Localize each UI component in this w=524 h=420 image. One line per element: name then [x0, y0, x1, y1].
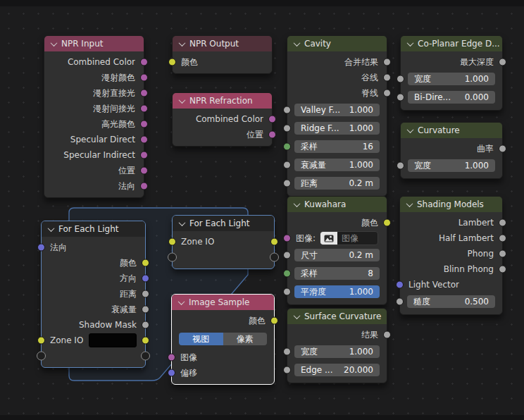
roughness-slider[interactable]: 糙度0.500 [407, 295, 495, 308]
output-socket[interactable] [142, 275, 149, 283]
input-socket[interactable] [283, 348, 291, 356]
node-header[interactable]: NPR Refraction [173, 93, 272, 109]
input-socket[interactable] [283, 252, 291, 259]
input-socket[interactable] [168, 58, 176, 66]
output-socket[interactable] [499, 219, 506, 227]
output-socket[interactable] [268, 116, 276, 123]
image-selector[interactable]: 图像 [320, 231, 378, 245]
node-shading-models[interactable]: Shading Models Lambert Half Lambert Phon… [399, 196, 503, 315]
output-socket[interactable] [499, 145, 506, 153]
node-header[interactable]: NPR Input [44, 36, 144, 51]
input-socket[interactable] [283, 235, 291, 242]
output-socket[interactable] [140, 183, 148, 190]
chevron-down-icon[interactable] [48, 225, 55, 232]
input-socket[interactable] [396, 298, 404, 306]
input-socket[interactable] [396, 281, 404, 289]
input-socket[interactable] [283, 180, 291, 187]
output-socket[interactable] [270, 317, 278, 325]
view-mode-button[interactable]: 视图 [179, 333, 223, 345]
size-slider[interactable]: 尺寸0.2 m [294, 249, 380, 261]
distance-slider[interactable]: 距离0.2 m [294, 177, 380, 190]
samples-slider[interactable]: 采样16 [294, 140, 380, 153]
node-npr-refraction[interactable]: NPR Refraction Combined Color 位置 [172, 92, 273, 147]
image-icon[interactable] [320, 232, 337, 245]
pixel-mode-button[interactable]: 像素 [223, 333, 268, 345]
output-socket[interactable] [383, 74, 391, 82]
smoothness-slider[interactable]: 平滑度1.000 [294, 285, 380, 298]
chevron-down-icon[interactable] [407, 39, 414, 47]
node-npr-input[interactable]: NPR Input Combined Color 漫射颜色 漫射直接光 漫射间接… [44, 35, 144, 198]
node-header[interactable]: For Each Light [173, 216, 274, 231]
node-npr-output[interactable]: NPR Output 颜色 [172, 35, 273, 74]
node-header[interactable]: Kuwahara [287, 197, 387, 212]
chevron-down-icon[interactable] [294, 39, 301, 47]
output-socket[interactable] [140, 121, 148, 128]
output-socket[interactable] [140, 136, 148, 144]
input-socket[interactable] [168, 369, 175, 377]
output-socket[interactable] [383, 331, 391, 339]
node-header[interactable]: NPR Output [173, 36, 272, 51]
falloff-slider[interactable]: 衰减量1.000 [294, 159, 380, 171]
bidirectional-slider[interactable]: Bi-Dire...0.000 [408, 91, 495, 104]
output-socket[interactable] [499, 58, 506, 66]
zone-extend-socket[interactable] [141, 352, 150, 361]
chevron-down-icon[interactable] [294, 312, 301, 319]
zone-extend-socket[interactable] [168, 253, 177, 262]
input-socket[interactable] [283, 270, 291, 278]
node-surface-curvature[interactable]: Surface Curvature 结果 宽度1.000 Edge ...20.… [287, 308, 387, 383]
input-socket[interactable] [283, 125, 291, 132]
node-cavity[interactable]: Cavity 合并结果 谷线 脊线 Valley F...1.000 Ridge… [287, 35, 387, 197]
node-header[interactable]: For Each Light [42, 221, 145, 237]
input-socket[interactable] [283, 106, 291, 114]
input-socket[interactable] [37, 244, 45, 252]
chevron-down-icon[interactable] [178, 298, 185, 305]
output-socket[interactable] [270, 238, 278, 246]
output-socket[interactable] [142, 306, 149, 314]
samples-slider[interactable]: 采样8 [294, 267, 380, 280]
input-socket[interactable] [283, 288, 291, 296]
node-curvature[interactable]: Curvature 曲率 宽度1.000 [400, 122, 503, 179]
chevron-down-icon[interactable] [179, 97, 186, 104]
output-socket[interactable] [142, 290, 149, 298]
chevron-down-icon[interactable] [407, 126, 414, 133]
chevron-down-icon[interactable] [179, 39, 186, 47]
chevron-down-icon[interactable] [294, 200, 301, 207]
output-socket[interactable] [140, 58, 148, 66]
chevron-down-icon[interactable] [51, 39, 58, 47]
zone-extend-socket[interactable] [37, 352, 46, 361]
output-socket[interactable] [140, 167, 148, 175]
node-header[interactable]: Cavity [287, 36, 387, 51]
output-socket[interactable] [383, 89, 391, 97]
edge-slider[interactable]: Edge ...20.000 [294, 364, 380, 376]
node-header[interactable]: Image Sample [172, 295, 274, 310]
node-header[interactable]: Shading Models [400, 197, 502, 212]
output-socket[interactable] [140, 89, 148, 97]
output-socket[interactable] [142, 259, 149, 267]
output-socket[interactable] [499, 250, 506, 258]
input-socket[interactable] [168, 354, 175, 362]
node-header[interactable]: Surface Curvature [287, 309, 387, 324]
input-socket[interactable] [283, 161, 291, 169]
input-socket[interactable] [37, 337, 45, 345]
valley-slider[interactable]: Valley F...1.000 [294, 104, 380, 116]
zone-extend-socket[interactable] [270, 253, 279, 262]
width-slider[interactable]: 宽度1.000 [408, 159, 495, 172]
output-socket[interactable] [383, 219, 391, 227]
width-slider[interactable]: 宽度1.000 [408, 73, 495, 85]
output-socket[interactable] [140, 74, 148, 82]
node-foreach-light-input[interactable]: For Each Light 法向 颜色 方向 距离 衰减量 Shadow Ma… [41, 221, 146, 368]
output-socket[interactable] [142, 337, 149, 345]
input-socket[interactable] [283, 143, 291, 151]
width-slider[interactable]: 宽度1.000 [294, 345, 380, 358]
node-kuwahara[interactable]: Kuwahara 颜色 图像: 图像 尺寸0.2 m 采样8 平滑度1.000 [287, 196, 387, 305]
ridge-slider[interactable]: Ridge F...1.000 [294, 122, 380, 135]
output-socket[interactable] [499, 235, 506, 242]
node-foreach-light-output[interactable]: For Each Light Zone IO [172, 215, 275, 269]
output-socket[interactable] [383, 58, 391, 66]
input-socket[interactable] [397, 162, 404, 170]
output-socket[interactable] [140, 152, 148, 159]
input-socket[interactable] [397, 94, 404, 101]
chevron-down-icon[interactable] [406, 200, 413, 207]
output-socket[interactable] [499, 266, 506, 273]
chevron-down-icon[interactable] [179, 219, 186, 226]
